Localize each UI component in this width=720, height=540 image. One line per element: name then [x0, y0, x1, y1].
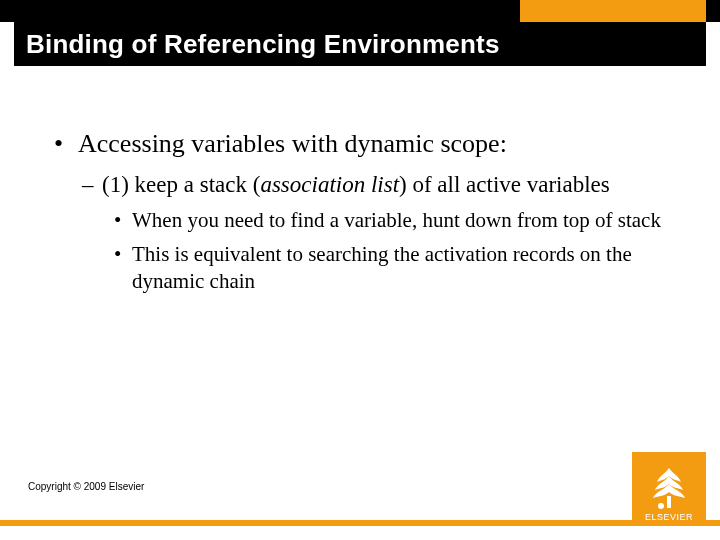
bullet-level2: (1) keep a stack (association list) of a… — [54, 171, 674, 200]
copyright-text: Copyright © 2009 Elsevier — [28, 481, 144, 492]
bullet-level2-text-pre: (1) keep a stack ( — [102, 172, 260, 197]
footer-accent-line — [0, 520, 720, 526]
bullet-level2-text-post: ) of all active variables — [399, 172, 610, 197]
content-area: Accessing variables with dynamic scope: … — [54, 128, 674, 301]
header-accent — [520, 0, 706, 22]
bullet-level3-a: When you need to find a variable, hunt d… — [54, 207, 674, 234]
svg-point-1 — [658, 503, 664, 509]
bullet-level2-emph: association list — [260, 172, 399, 197]
publisher-logo: ELSEVIER — [632, 452, 706, 526]
bullet-level1: Accessing variables with dynamic scope: — [54, 128, 674, 161]
svg-rect-0 — [667, 496, 671, 508]
title-bar: Binding of Referencing Environments — [14, 22, 706, 66]
slide: Binding of Referencing Environments Acce… — [0, 0, 720, 540]
publisher-name: ELSEVIER — [645, 512, 693, 522]
tree-icon — [647, 466, 691, 510]
bullet-level3-b: This is equivalent to searching the acti… — [54, 241, 674, 296]
slide-title: Binding of Referencing Environments — [26, 29, 500, 60]
